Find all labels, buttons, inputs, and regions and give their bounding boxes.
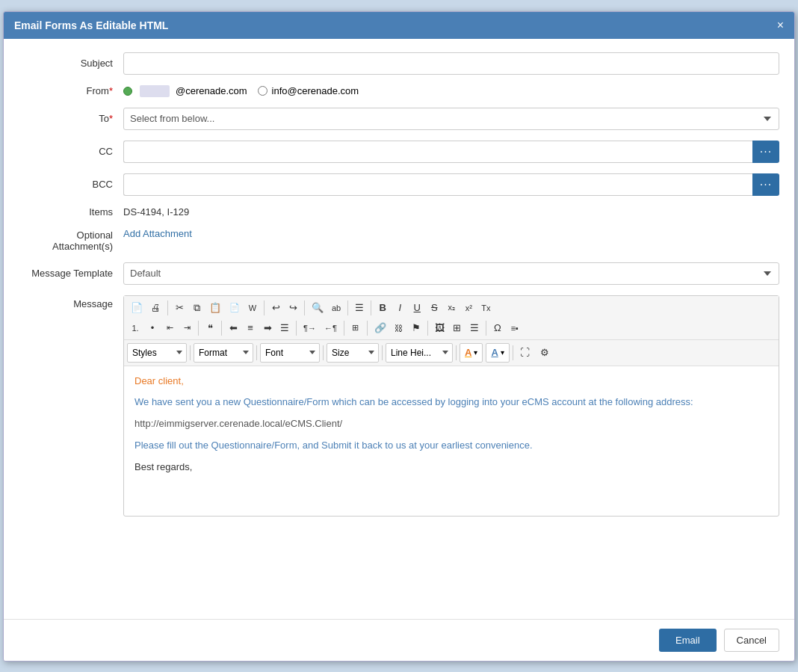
ordered-list-button[interactable]: 1.	[127, 319, 143, 337]
div-button[interactable]: ⊞	[347, 319, 364, 337]
items-row: Items DS-4194, I-129	[19, 206, 779, 218]
editor-content-area[interactable]: Dear client, We have sent you a new Ques…	[124, 366, 779, 516]
cc-input[interactable]	[123, 141, 752, 163]
ts-div4	[382, 345, 383, 360]
undo-button[interactable]: ↩	[267, 299, 284, 317]
paste-text-button[interactable]: 📄	[226, 299, 244, 317]
styles-select[interactable]: Styles	[127, 343, 187, 363]
image-button[interactable]: 🖼	[431, 319, 448, 337]
subject-input[interactable]	[123, 52, 779, 75]
subject-label: Subject	[19, 58, 123, 69]
align-right-button[interactable]: ➡	[259, 319, 276, 337]
blockquote-button[interactable]: ❝	[202, 319, 218, 337]
cancel-button[interactable]: Cancel	[724, 629, 779, 652]
unlink-button[interactable]: ⛓	[391, 319, 407, 337]
bold-button[interactable]: B	[374, 299, 391, 317]
sep9	[344, 321, 344, 336]
italic-button[interactable]: I	[392, 299, 408, 317]
email-dialog: Email Forms As Editable HTML × Subject F…	[3, 11, 795, 662]
sep5	[371, 300, 371, 315]
from-radio-2[interactable]: info@cerenade.com	[258, 85, 359, 96]
font-color-button[interactable]: A ▾	[460, 343, 483, 363]
show-blocks-button[interactable]: ≡▪	[507, 319, 523, 337]
font-color-arrow: ▾	[474, 348, 477, 357]
ts-div6	[513, 345, 513, 360]
toolbar: 📄 🖨 ✂ ⧉ 📋 📄 W ↩ ↪ 🔍 ab	[124, 296, 779, 340]
info-line: We have sent you a new Questionnaire/For…	[134, 395, 768, 410]
hr-button[interactable]: ☰	[466, 319, 483, 337]
regards-line: Best regards,	[134, 460, 768, 475]
fullscreen-button[interactable]: ⛶	[516, 344, 533, 362]
font-select[interactable]: Font	[260, 343, 320, 363]
size-select[interactable]: Size	[327, 343, 379, 363]
indent-button[interactable]: ⇥	[179, 319, 195, 337]
editor-content[interactable]: Dear client, We have sent you a new Ques…	[124, 366, 779, 516]
ts-div2	[256, 345, 257, 360]
line-height-select[interactable]: Line Hei...	[386, 343, 453, 363]
replace-button[interactable]: ab	[328, 299, 344, 317]
print-button[interactable]: 🖨	[147, 299, 164, 317]
unordered-list-button[interactable]: •	[144, 319, 161, 337]
ltr-button[interactable]: ¶→	[300, 319, 320, 337]
message-template-select[interactable]: Default	[123, 262, 779, 285]
bcc-label: BCC	[19, 179, 123, 190]
table-button[interactable]: ⊞	[449, 319, 466, 337]
from-row: From* @cerenade.com info@cerenade.com	[19, 85, 779, 97]
format-select[interactable]: Format	[194, 343, 253, 363]
sep1	[167, 300, 168, 315]
fill-line: Please fill out the Questionnaire/Form, …	[134, 438, 768, 454]
paste-button[interactable]: 📋	[205, 299, 225, 317]
align-center-button[interactable]: ≡	[242, 319, 259, 337]
from-radio-1[interactable]: @cerenade.com	[123, 85, 247, 97]
find-button[interactable]: 🔍	[308, 299, 327, 317]
strikethrough-button[interactable]: S	[426, 299, 442, 317]
sep6	[198, 321, 199, 336]
cc-input-group: ···	[123, 141, 779, 163]
anchor-button[interactable]: ⚑	[408, 319, 424, 337]
bcc-dots-button[interactable]: ···	[752, 173, 779, 196]
bcc-input[interactable]	[123, 173, 752, 196]
align-left-button[interactable]: ⬅	[225, 319, 241, 337]
copy-button[interactable]: ⧉	[188, 299, 205, 317]
to-select[interactable]: Select from below...	[123, 108, 779, 130]
underline-button[interactable]: U	[409, 299, 425, 317]
dear-line: Dear client,	[134, 374, 768, 389]
justify-button[interactable]: ☰	[276, 319, 293, 337]
from-radio-input-2[interactable]	[258, 86, 267, 96]
source-button[interactable]: ⚙	[536, 344, 553, 362]
sep8	[296, 321, 297, 336]
font-color-icon: A	[465, 347, 471, 358]
attachment-row: OptionalAttachment(s) Add Attachment	[19, 228, 779, 252]
dialog-body: Subject From* @cerenade.com info@cerenad…	[4, 39, 794, 619]
subject-row: Subject	[19, 52, 779, 75]
bg-color-button[interactable]: A ▾	[486, 343, 509, 363]
bg-color-icon: A	[491, 347, 498, 358]
outdent-button[interactable]: ⇤	[161, 319, 178, 337]
remove-format-button[interactable]: Tx	[477, 299, 494, 317]
link-button[interactable]: 🔗	[371, 319, 390, 337]
select-all-button[interactable]: ☰	[351, 299, 368, 317]
paste-word-button[interactable]: W	[244, 299, 261, 317]
superscript-button[interactable]: x²	[460, 299, 477, 317]
cut-button[interactable]: ✂	[171, 299, 188, 317]
green-dot-icon	[123, 87, 132, 96]
bcc-row: BCC ···	[19, 173, 779, 196]
add-attachment-link[interactable]: Add Attachment	[123, 228, 192, 239]
new-doc-button[interactable]: 📄	[127, 299, 146, 317]
from-options: @cerenade.com info@cerenade.com	[123, 85, 779, 97]
link-line: http://eimmigserver.cerenade.local/eCMS.…	[134, 416, 768, 432]
dialog-footer: Email Cancel	[4, 619, 794, 661]
special-char-button[interactable]: Ω	[489, 319, 506, 337]
redo-button[interactable]: ↪	[285, 299, 301, 317]
sep4	[347, 300, 348, 315]
message-template-row: Message Template Default	[19, 262, 779, 285]
rtl-button[interactable]: ←¶	[321, 319, 341, 337]
items-label: Items	[19, 206, 123, 218]
ts-div1	[190, 345, 191, 360]
subscript-button[interactable]: x₂	[443, 299, 460, 317]
cc-dots-button[interactable]: ···	[752, 141, 779, 163]
sep3	[304, 300, 305, 315]
ts-div5	[456, 345, 457, 360]
email-button[interactable]: Email	[659, 629, 717, 652]
close-button[interactable]: ×	[777, 19, 784, 31]
